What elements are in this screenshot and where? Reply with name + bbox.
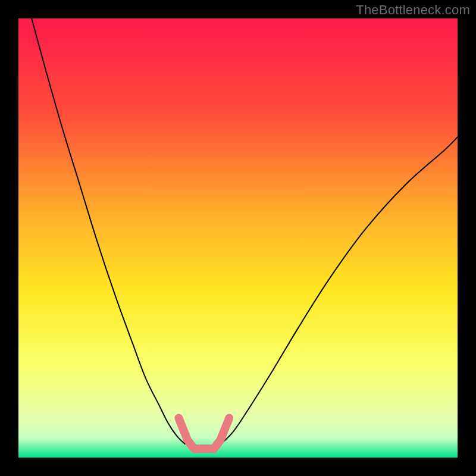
gradient-background bbox=[18, 18, 458, 458]
plot-svg bbox=[18, 18, 458, 458]
chart-frame: TheBottleneck.com bbox=[0, 0, 476, 476]
plot-area bbox=[18, 18, 458, 458]
watermark-label: TheBottleneck.com bbox=[356, 2, 470, 18]
